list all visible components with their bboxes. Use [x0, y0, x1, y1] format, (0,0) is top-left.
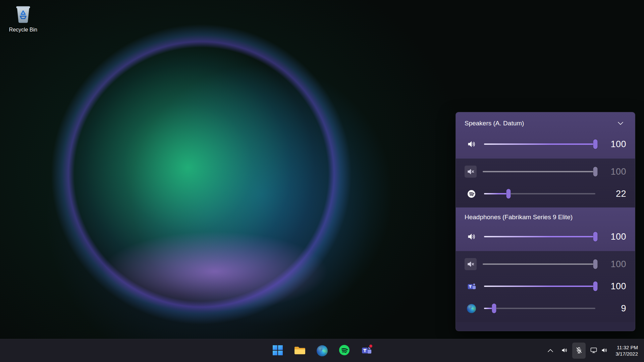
spotify-volume-slider[interactable]: [484, 188, 595, 199]
teams-volume-row: 100: [456, 275, 635, 297]
spotify-icon: [339, 345, 350, 357]
start-icon: [273, 345, 283, 356]
speakers-title: Speakers (A. Datum): [465, 120, 524, 127]
teams-notification-badge: [369, 344, 373, 348]
chevron-up-icon: [548, 348, 553, 353]
slider-thumb[interactable]: [492, 304, 496, 313]
file-explorer-icon: [294, 345, 306, 356]
headphones-header: Headphones (Fabrikam Series 9 Elite): [456, 207, 635, 222]
speaker-icon[interactable]: [465, 230, 478, 243]
speakers-volume-row: 100: [456, 130, 635, 159]
spotify-icon[interactable]: [465, 187, 478, 200]
display-icon: [590, 347, 597, 355]
speakers-system-muted-value: 100: [601, 167, 626, 177]
slider-fill: [484, 236, 595, 237]
tray-overflow-button[interactable]: [545, 343, 556, 359]
slider-thumb[interactable]: [593, 259, 598, 269]
slider-fill: [483, 171, 595, 172]
speakers-system-muted-slider[interactable]: [483, 166, 595, 177]
teams-volume-slider[interactable]: [484, 281, 595, 292]
system-tray: 11:32 PM 3/17/2022: [545, 339, 644, 362]
start-button[interactable]: [269, 342, 287, 360]
tray-mic-muted-button[interactable]: [572, 343, 586, 359]
tray-display-volume-button[interactable]: [587, 343, 611, 359]
speaker-muted-icon[interactable]: [465, 166, 477, 178]
tray-date: 3/17/2022: [615, 351, 638, 357]
tray-time: 11:32 PM: [615, 344, 638, 351]
slider-thumb[interactable]: [593, 167, 598, 177]
volume-mixer-flyout: Speakers (A. Datum) 100: [455, 112, 635, 331]
headphones-apps-section: 100 100: [456, 251, 635, 322]
tray-clock[interactable]: 11:32 PM 3/17/2022: [612, 344, 640, 357]
speakers-system-muted-row: 100: [456, 161, 635, 183]
tray-volume-button[interactable]: [557, 343, 571, 359]
speakers-section: Speakers (A. Datum) 100: [456, 112, 635, 159]
teams-volume-value: 100: [601, 281, 626, 292]
recycle-bin-icon: [14, 4, 32, 25]
spotify-button[interactable]: [335, 342, 353, 360]
file-explorer-button[interactable]: [291, 342, 309, 360]
edge-volume-row: 9: [456, 297, 635, 319]
headphones-volume-row: 100: [456, 222, 635, 251]
volume-icon: [560, 347, 568, 355]
recycle-bin-shortcut[interactable]: Recycle Bin: [5, 4, 42, 33]
chevron-down-icon[interactable]: [615, 118, 626, 128]
edge-volume-value: 9: [601, 303, 626, 314]
slider-fill: [484, 193, 508, 194]
spotify-volume-row: 22: [456, 183, 635, 205]
slider-fill: [484, 143, 595, 145]
edge-volume-slider[interactable]: [484, 303, 595, 314]
slider-thumb[interactable]: [593, 139, 598, 149]
slider-fill: [484, 286, 595, 287]
edge-icon: [317, 345, 328, 356]
headphones-system-muted-slider[interactable]: [483, 258, 595, 270]
speakers-apps-section: 100 22: [456, 159, 635, 207]
speakers-header: Speakers (A. Datum): [456, 112, 635, 130]
teams-icon[interactable]: [465, 280, 478, 293]
speakers-volume-slider[interactable]: [484, 138, 595, 150]
slider-track: [484, 308, 595, 309]
taskbar: 11:32 PM 3/17/2022: [0, 339, 644, 362]
slider-thumb[interactable]: [593, 282, 598, 291]
slider-thumb[interactable]: [506, 189, 511, 199]
headphones-system-muted-row: 100: [456, 253, 635, 275]
spotify-volume-value: 22: [601, 189, 626, 199]
taskbar-app-icons: [269, 339, 375, 362]
speaker-muted-icon[interactable]: [465, 258, 477, 270]
speaker-icon[interactable]: [465, 137, 478, 151]
headphones-volume-slider[interactable]: [484, 231, 595, 242]
headphones-title: Headphones (Fabrikam Series 9 Elite): [465, 214, 573, 221]
headphones-system-muted-value: 100: [601, 259, 626, 269]
mic-muted-icon: [575, 347, 583, 355]
slider-fill: [483, 263, 595, 265]
headphones-section: Headphones (Fabrikam Series 9 Elite) 100: [456, 207, 635, 251]
slider-thumb[interactable]: [593, 232, 598, 242]
volume-icon: [600, 347, 608, 355]
teams-button[interactable]: [357, 342, 375, 360]
recycle-bin-label: Recycle Bin: [9, 27, 37, 33]
edge-icon[interactable]: [465, 302, 478, 315]
edge-button[interactable]: [313, 342, 331, 360]
speakers-volume-value: 100: [601, 139, 626, 149]
headphones-volume-value: 100: [601, 232, 626, 242]
